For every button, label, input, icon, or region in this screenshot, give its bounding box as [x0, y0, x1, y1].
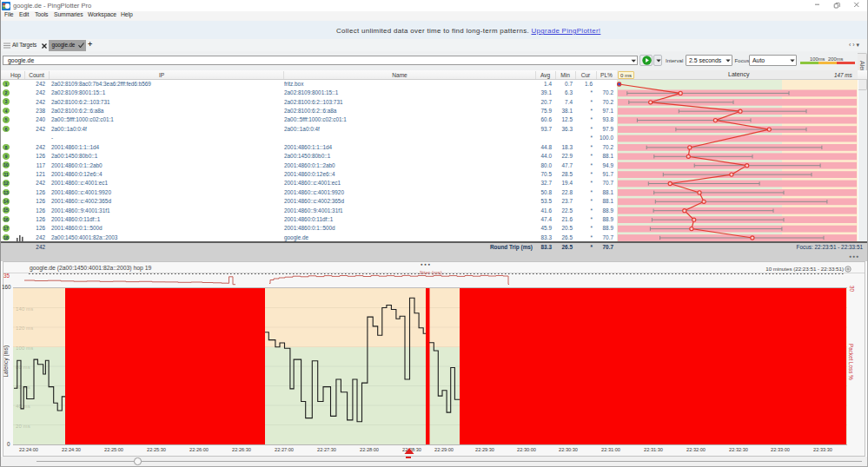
svg-text:120 ms: 120 ms [16, 325, 33, 331]
svg-text:60 ms: 60 ms [16, 384, 30, 390]
svg-text:20 ms: 20 ms [16, 423, 30, 429]
svg-text:80 ms: 80 ms [16, 364, 30, 370]
svg-text:40 ms: 40 ms [16, 403, 30, 409]
svg-text:100 ms: 100 ms [16, 345, 33, 351]
svg-text:140 ms: 140 ms [16, 306, 33, 312]
